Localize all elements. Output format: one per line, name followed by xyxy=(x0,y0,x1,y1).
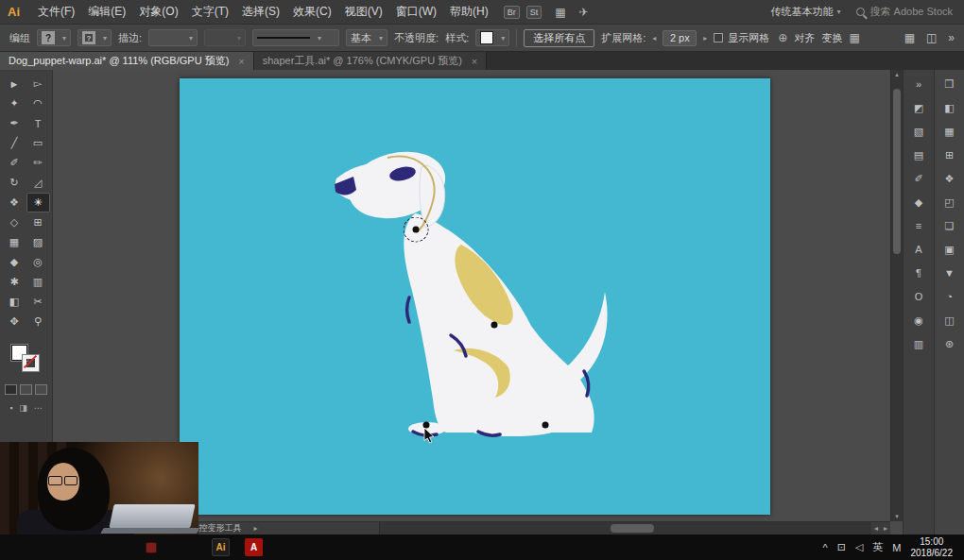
brushes-panel-icon[interactable]: ✐ xyxy=(908,170,929,187)
stock-badge[interactable]: St xyxy=(526,6,542,19)
pen-tool[interactable]: ✒ xyxy=(3,113,26,133)
eyedropper-tool[interactable]: ◆ xyxy=(3,252,26,272)
lasso-tool[interactable]: ◠ xyxy=(26,93,50,113)
transform-link[interactable]: 变换 xyxy=(821,31,842,45)
stroke-weight-combo[interactable]: ▾ xyxy=(148,29,198,46)
scroll-left-icon[interactable]: ◂ xyxy=(871,524,881,533)
scroll-down-icon[interactable]: ▾ xyxy=(891,513,903,520)
color-guide-panel-icon[interactable]: ▧ xyxy=(908,123,929,140)
tab-close-icon[interactable]: × xyxy=(472,56,477,67)
bridge-badge[interactable]: Br xyxy=(504,6,520,19)
mesh-tool[interactable]: ▦ xyxy=(3,232,26,252)
slice-tool[interactable]: ✂ xyxy=(26,292,50,312)
character-panel-icon[interactable]: A xyxy=(908,241,929,258)
artboard-tool[interactable]: ◧ xyxy=(3,292,26,312)
stroke-color-combo[interactable]: ? ▾ xyxy=(77,29,112,46)
rectangle-tool[interactable]: ▭ xyxy=(26,133,50,153)
workspace-grid-icon[interactable]: ▦ xyxy=(904,31,915,44)
navigator-panel-icon[interactable]: ◫ xyxy=(939,312,960,329)
artboard[interactable] xyxy=(180,78,770,515)
asset-export-panel-icon[interactable]: ▼ xyxy=(939,264,960,281)
free-transform-tool[interactable]: ◇ xyxy=(3,212,26,232)
layers-panel-icon[interactable]: ❏ xyxy=(939,217,960,234)
transform-panel-icon[interactable]: ◰ xyxy=(939,194,960,211)
opentype-panel-icon[interactable]: O xyxy=(908,288,929,305)
pattern-panel-icon[interactable]: ▦ xyxy=(939,123,960,140)
info-panel-icon[interactable]: ◔ xyxy=(939,288,960,305)
pencil-tool[interactable]: ✏ xyxy=(26,153,50,173)
show-mesh-checkbox[interactable]: 显示网格 xyxy=(714,31,769,45)
paragraph-panel-icon[interactable]: ¶ xyxy=(908,264,929,281)
align-link[interactable]: 对齐 xyxy=(794,31,815,45)
puppet-pin[interactable] xyxy=(542,422,549,429)
rotate-tool[interactable]: ↻ xyxy=(3,173,26,193)
edit-toolbar-icon[interactable]: ⋯ xyxy=(34,403,43,413)
draw-inside-mode-button[interactable] xyxy=(35,384,47,395)
artboards-panel-icon[interactable]: ▣ xyxy=(939,241,960,258)
menu-type[interactable]: 文字(T) xyxy=(185,4,235,20)
globe-icon[interactable]: ⊕ xyxy=(778,31,787,44)
puppet-warp-tool[interactable]: ✳ xyxy=(26,193,50,212)
direct-selection-tool[interactable]: ▻ xyxy=(26,74,50,93)
recorder-app-icon[interactable] xyxy=(146,542,157,553)
volume-icon[interactable]: ◁ xyxy=(855,541,863,553)
brush-definition-combo[interactable]: 基本 ▾ xyxy=(346,29,387,46)
scroll-up-icon[interactable]: ▴ xyxy=(891,71,903,78)
hand-tool[interactable]: ✥ xyxy=(3,312,26,331)
menu-window[interactable]: 窗口(W) xyxy=(389,4,443,20)
width-profile-combo[interactable]: ▾ xyxy=(204,29,246,46)
width-tool[interactable]: ❖ xyxy=(3,193,26,212)
menu-view[interactable]: 视图(V) xyxy=(338,4,389,20)
blend-tool[interactable]: ◎ xyxy=(26,252,50,272)
acrobat-taskbar-icon[interactable]: A xyxy=(245,538,263,556)
screen-mode-icon[interactable]: ▪ xyxy=(9,403,12,413)
scroll-right-icon[interactable]: ▸ xyxy=(881,524,890,533)
display-icon[interactable]: ⊡ xyxy=(837,541,846,553)
pathfinder-panel-icon[interactable]: ❖ xyxy=(939,170,960,187)
clock[interactable]: 15:00 2018/6/22 xyxy=(911,536,957,559)
tab-shaper-tool[interactable]: shaper工具.ai* @ 176% (CMYK/GPU 预览) × xyxy=(254,52,488,70)
paintbrush-tool[interactable]: ✐ xyxy=(3,153,26,173)
menu-select[interactable]: 选择(S) xyxy=(235,4,286,20)
language-indicator[interactable]: 英 xyxy=(872,540,883,554)
workspace-switcher[interactable]: 传统基本功能 ▾ xyxy=(771,5,841,19)
swatches-panel-icon[interactable]: ▤ xyxy=(908,146,929,163)
fill-color-combo[interactable]: ? ▾ xyxy=(37,29,71,46)
color-mode-icon[interactable]: ◨ xyxy=(19,403,27,413)
puppet-pin[interactable] xyxy=(491,322,498,329)
transform-grid-icon[interactable]: ▦ xyxy=(849,31,859,44)
stroke-panel-icon[interactable]: ≡ xyxy=(908,217,929,234)
collapse-panels-icon[interactable]: » xyxy=(908,76,929,93)
adjustments-panel-icon[interactable]: ◧ xyxy=(939,99,960,116)
ime-indicator[interactable]: M xyxy=(892,542,901,553)
puppet-pin[interactable] xyxy=(413,227,420,233)
perspective-grid-tool[interactable]: ⊞ xyxy=(26,212,50,232)
symbol-sprayer-tool[interactable]: ✱ xyxy=(3,272,26,292)
horizontal-scrollbar[interactable] xyxy=(379,522,871,535)
menu-effect[interactable]: 效果(C) xyxy=(286,4,338,20)
settings-panel-icon[interactable]: ⊛ xyxy=(939,335,960,352)
illustrator-taskbar-icon[interactable]: Ai xyxy=(212,538,230,556)
tab-close-icon[interactable]: × xyxy=(238,56,244,67)
magic-wand-tool[interactable]: ✦ xyxy=(3,93,26,113)
panel-layout-icon[interactable]: ◫ xyxy=(926,31,937,44)
draw-behind-mode-button[interactable] xyxy=(20,384,32,395)
horizontal-scroll-thumb[interactable] xyxy=(611,524,654,533)
draw-normal-mode-button[interactable] xyxy=(5,384,17,395)
status-next-icon[interactable]: ▸ xyxy=(251,524,261,533)
vertical-scrollbar[interactable]: ▴ ▾ xyxy=(890,70,903,521)
appearance-panel-icon[interactable]: ◉ xyxy=(908,312,929,329)
color-panel-icon[interactable]: ◩ xyxy=(908,99,929,116)
tray-expand-icon[interactable]: ^ xyxy=(822,542,827,553)
graphic-style-combo[interactable]: ▾ xyxy=(475,29,509,46)
menu-object[interactable]: 对象(O) xyxy=(132,4,184,20)
menu-file[interactable]: 文件(F) xyxy=(31,4,81,20)
arrange-documents-icon[interactable]: ▦ xyxy=(555,6,565,19)
vertical-scroll-thumb[interactable] xyxy=(893,89,901,254)
type-tool[interactable]: T xyxy=(26,113,50,133)
gradient-panel-icon[interactable]: ▥ xyxy=(908,335,929,352)
gradient-tool[interactable]: ▨ xyxy=(26,232,50,252)
line-segment-tool[interactable]: ╱ xyxy=(3,133,26,153)
align-panel-icon[interactable]: ⊞ xyxy=(939,146,960,163)
libraries-panel-icon[interactable]: ❒ xyxy=(939,76,960,93)
